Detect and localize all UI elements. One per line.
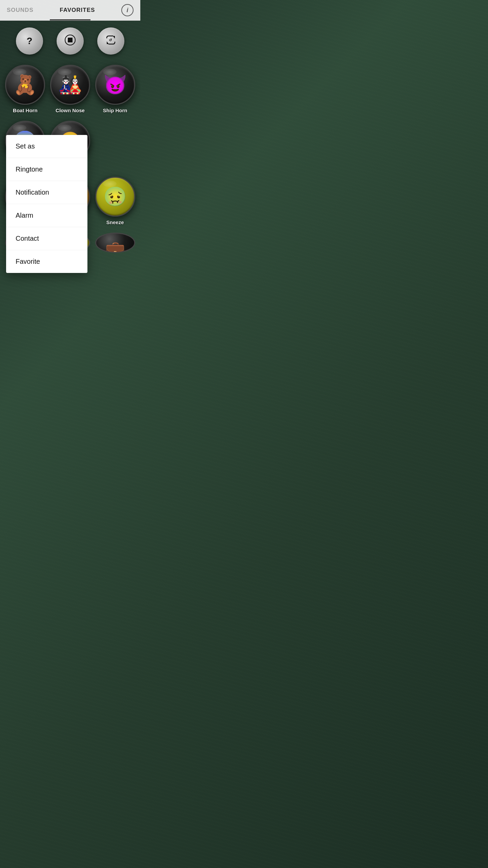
ship-horn-emoji: 😈 xyxy=(103,75,127,94)
sound-button-boat-horn[interactable]: 🧸 xyxy=(5,65,45,105)
context-menu: Set as Ringtone Notification Alarm Conta… xyxy=(6,135,87,273)
info-icon: i xyxy=(126,7,128,14)
context-menu-item-contact[interactable]: Contact xyxy=(6,227,87,250)
sneeze-label: Sneeze xyxy=(106,219,124,225)
info-button[interactable]: i xyxy=(121,4,134,16)
bottom-button-3[interactable]: 💼 xyxy=(95,233,135,253)
boat-horn-label: Boat Horn xyxy=(13,107,38,113)
svg-rect-1 xyxy=(68,38,73,42)
ship-horn-label: Ship Horn xyxy=(103,107,127,113)
context-menu-item-set-as[interactable]: Set as xyxy=(6,135,87,158)
sound-button-ship-horn[interactable]: 😈 xyxy=(95,65,135,105)
clown-nose-emoji: 🎎 xyxy=(58,75,82,94)
context-menu-item-notification[interactable]: Notification xyxy=(6,181,87,204)
stop-button[interactable] xyxy=(57,27,84,55)
sound-button-clown-nose[interactable]: 🎎 xyxy=(50,65,90,105)
help-button[interactable]: ? xyxy=(16,27,43,55)
tab-sounds[interactable]: SOUNDS xyxy=(7,7,34,14)
sound-item-sneeze[interactable]: 🤢 Sneeze xyxy=(93,173,138,229)
boat-horn-emoji: 🧸 xyxy=(13,75,37,94)
context-menu-item-favorite[interactable]: Favorite xyxy=(6,250,87,273)
svg-text:↺: ↺ xyxy=(109,38,112,42)
controls-row: ? ↺ xyxy=(0,21,140,58)
sound-item-clown-nose[interactable]: 🎎 Clown Nose xyxy=(48,61,93,117)
bottom-item-3[interactable]: 💼 xyxy=(93,233,138,253)
header: SOUNDS FAVORITES i xyxy=(0,0,140,21)
tab-favorites[interactable]: FAVORITES xyxy=(60,7,95,14)
clown-nose-label: Clown Nose xyxy=(56,107,85,113)
repeat-button[interactable]: ↺ xyxy=(97,27,124,55)
bottom-emoji-3: 💼 xyxy=(105,240,125,253)
context-menu-item-alarm[interactable]: Alarm xyxy=(6,204,87,227)
sound-item-ship-horn[interactable]: 😈 Ship Horn xyxy=(93,61,138,117)
app-container: SOUNDS FAVORITES i ? xyxy=(0,0,140,304)
sneeze-emoji: 🤢 xyxy=(103,187,127,206)
context-menu-item-ringtone[interactable]: Ringtone xyxy=(6,158,87,181)
sound-button-sneeze[interactable]: 🤢 xyxy=(95,177,135,217)
stop-icon xyxy=(65,35,76,48)
help-icon: ? xyxy=(26,36,32,46)
tab-underline xyxy=(50,19,90,20)
sound-item-boat-horn[interactable]: 🧸 Boat Horn xyxy=(3,61,48,117)
repeat-icon: ↺ xyxy=(105,34,117,48)
